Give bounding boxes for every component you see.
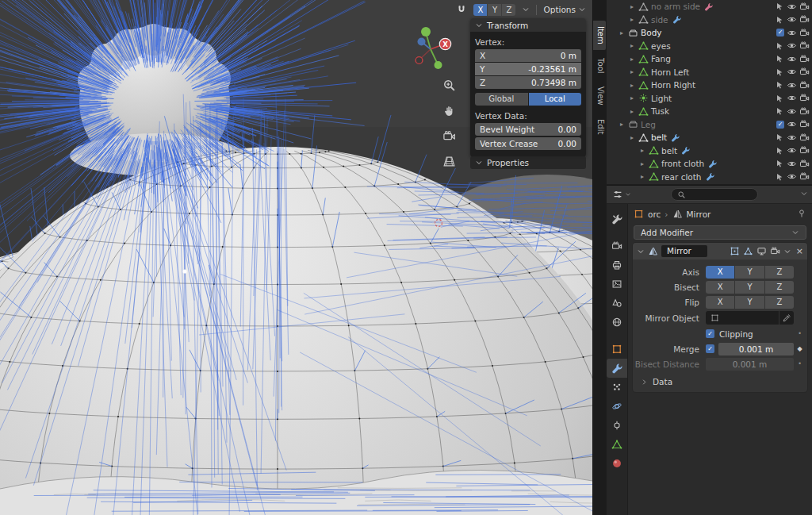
hide-viewport-toggle-icon[interactable] <box>787 133 797 143</box>
select-toggle-icon[interactable] <box>775 94 784 103</box>
on-cage-toggle-icon[interactable] <box>730 246 740 256</box>
hide-render-toggle-icon[interactable] <box>799 28 810 38</box>
properties-search-input[interactable] <box>671 188 758 201</box>
breadcrumb-object[interactable]: orc <box>648 209 661 219</box>
outliner-row[interactable]: ▸belt <box>607 144 812 158</box>
perspective-toggle-button[interactable] <box>440 152 458 170</box>
properties-tab-view-layer[interactable] <box>607 275 627 294</box>
bevel-weight-slider[interactable]: Bevel Weight0.00 <box>475 123 581 136</box>
orientation-global-button[interactable]: Global <box>475 93 528 106</box>
properties-panel-header[interactable]: Properties <box>470 156 586 169</box>
gizmo-x-neg-axis[interactable] <box>416 57 423 64</box>
hide-viewport-toggle-icon[interactable] <box>787 28 797 38</box>
hide-render-toggle-icon[interactable] <box>799 67 810 77</box>
properties-editor[interactable]: orc › Mirror Add Modifier <box>607 185 812 515</box>
add-modifier-button[interactable]: Add Modifier <box>634 225 806 240</box>
outliner-editor[interactable]: ▸no arm side▸side▸Body✓▸eyes▸Fang▸Horn L… <box>607 0 812 184</box>
zoom-button[interactable] <box>440 76 458 94</box>
outliner-row[interactable]: ▸Fang <box>607 52 812 66</box>
hide-viewport-toggle-icon[interactable] <box>787 145 797 156</box>
properties-tab-tool[interactable] <box>607 209 627 229</box>
expand-arrow[interactable]: ▸ <box>630 108 638 115</box>
properties-tab-modifiers[interactable] <box>607 359 627 378</box>
breadcrumb-modifier[interactable]: Mirror <box>687 209 711 219</box>
vertex-x-field[interactable]: X0 m <box>475 49 581 62</box>
transform-panel-header[interactable]: Transform <box>470 18 586 32</box>
3d-viewport[interactable]: XYZ Options X <box>0 0 592 515</box>
vertex-crease-slider[interactable]: Vertex Crease0.00 <box>475 137 581 150</box>
select-toggle-icon[interactable] <box>775 15 784 25</box>
sidebar-tab-item[interactable]: Item <box>593 21 606 50</box>
bisect-y-button[interactable]: Y <box>735 281 764 294</box>
edit-mode-toggle-icon[interactable] <box>743 246 753 256</box>
data-subpanel-header[interactable]: Data <box>641 377 806 386</box>
hide-render-toggle-icon[interactable] <box>799 80 810 90</box>
hide-render-toggle-icon[interactable] <box>799 133 810 143</box>
merge-threshold-slider[interactable]: 0.001 m <box>718 343 794 356</box>
outliner-row[interactable]: ▸Light <box>607 92 812 106</box>
mirror-axis-z-button[interactable]: Z <box>502 4 515 16</box>
modifier-name-field[interactable]: Mirror <box>661 245 707 257</box>
hide-viewport-toggle-icon[interactable] <box>787 14 797 25</box>
outliner-row[interactable]: ▸Body✓ <box>607 26 812 40</box>
hide-render-toggle-icon[interactable] <box>799 40 810 51</box>
expand-arrow[interactable]: ▸ <box>630 134 638 141</box>
properties-tab-particles[interactable] <box>607 378 627 397</box>
modifier-extras-dropdown[interactable] <box>783 248 791 256</box>
axis-y-button[interactable]: Y <box>735 266 764 279</box>
vertex-y-field[interactable]: Y-0.23561 m <box>475 63 581 75</box>
select-toggle-icon[interactable] <box>775 80 784 90</box>
hide-render-toggle-icon[interactable] <box>799 171 810 182</box>
axis-x-button[interactable]: X <box>706 266 734 279</box>
select-toggle-icon[interactable] <box>775 106 784 116</box>
outliner-row[interactable]: ▸side <box>607 13 812 27</box>
outliner-row[interactable]: ▸Horn Left <box>607 66 812 79</box>
render-toggle-icon[interactable] <box>770 246 780 256</box>
orientation-local-button[interactable]: Local <box>529 93 582 106</box>
expand-arrow[interactable]: ▸ <box>630 68 638 75</box>
flip-x-button[interactable]: X <box>706 296 734 309</box>
mirror-axis-x-button[interactable]: X <box>473 4 487 16</box>
select-toggle-icon[interactable] <box>775 159 784 168</box>
expand-arrow[interactable]: ▸ <box>630 82 638 89</box>
pan-button[interactable] <box>440 102 458 119</box>
gizmo-y-axis[interactable] <box>421 27 431 37</box>
hide-viewport-toggle-icon[interactable] <box>787 67 797 77</box>
pin-button[interactable] <box>797 209 806 220</box>
flip-y-button[interactable]: Y <box>735 296 764 309</box>
delete-modifier-button[interactable]: × <box>796 246 803 256</box>
mirror-axis-y-button[interactable]: Y <box>488 4 501 16</box>
properties-tab-physics[interactable] <box>607 397 627 416</box>
bisect-z-button[interactable]: Z <box>765 281 794 294</box>
snap-magnet-button[interactable] <box>454 3 469 16</box>
animate-dot[interactable]: • <box>794 330 806 337</box>
hide-render-toggle-icon[interactable] <box>799 2 810 12</box>
flip-z-button[interactable]: Z <box>765 296 794 309</box>
hide-render-toggle-icon[interactable] <box>799 54 810 64</box>
expand-arrow[interactable]: ▸ <box>630 56 638 63</box>
expand-arrow[interactable]: ▸ <box>630 42 638 49</box>
eyedropper-button[interactable] <box>779 311 794 325</box>
modifier-panel-header[interactable]: Mirror × <box>633 243 807 259</box>
hide-render-toggle-icon[interactable] <box>799 145 810 156</box>
properties-tab-constraints[interactable] <box>607 416 627 435</box>
snap-settings-dropdown[interactable] <box>519 5 532 14</box>
outliner-row[interactable]: ▸eyes <box>607 40 812 53</box>
hide-viewport-toggle-icon[interactable] <box>787 119 797 129</box>
collection-checkbox[interactable]: ✓ <box>776 121 784 129</box>
hide-viewport-toggle-icon[interactable] <box>787 54 797 64</box>
select-toggle-icon[interactable] <box>775 172 784 182</box>
hide-viewport-toggle-icon[interactable] <box>787 171 797 182</box>
hide-viewport-toggle-icon[interactable] <box>787 159 797 169</box>
outliner-row[interactable]: ▸Horn Right <box>607 79 812 92</box>
bisect-x-button[interactable]: X <box>706 281 734 294</box>
header-menu-button[interactable] <box>800 190 808 199</box>
properties-tab-scene[interactable] <box>607 294 627 313</box>
sidebar-tab-edit[interactable]: Edit <box>593 113 606 140</box>
hide-viewport-toggle-icon[interactable] <box>787 40 797 51</box>
keyframe-diamond[interactable]: ◆ <box>794 345 806 352</box>
editor-type-button[interactable] <box>611 188 633 201</box>
gizmo-y-neg-axis[interactable] <box>435 61 442 69</box>
navigation-gizmo[interactable]: X <box>412 24 454 71</box>
expand-arrow[interactable]: ▸ <box>630 16 638 23</box>
